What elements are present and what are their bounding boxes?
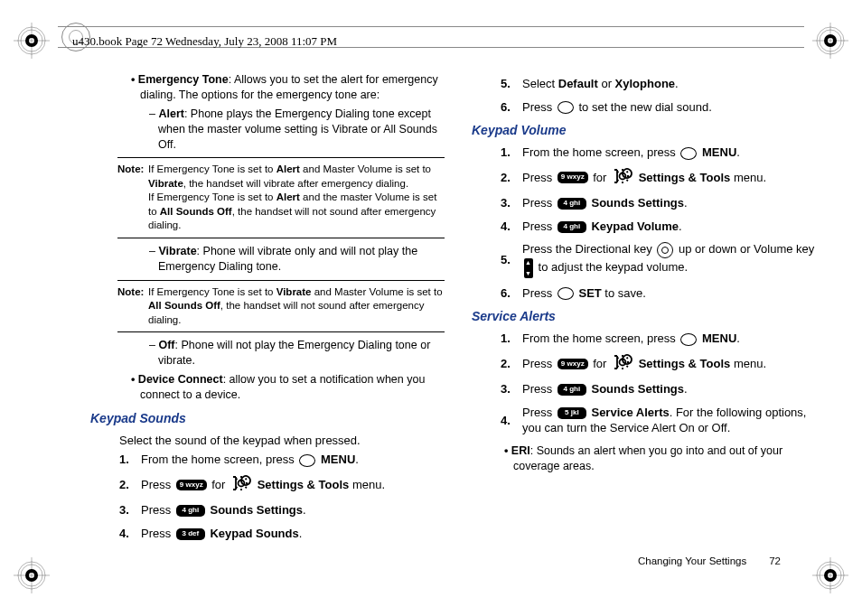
heading-service-alerts: Service Alerts bbox=[472, 308, 826, 325]
ok-icon bbox=[557, 287, 574, 300]
key-4-icon: 4 ghi bbox=[557, 221, 586, 233]
ks-step-3: 3. Press 4 ghi Sounds Settings. bbox=[119, 502, 445, 518]
note-2: Note: If Emergency Tone is set to Vibrat… bbox=[117, 280, 445, 333]
keypad-sounds-intro: Select the sound of the keypad when pres… bbox=[119, 433, 445, 449]
kv-step-1: 1. From the home screen, press MENU. bbox=[501, 145, 826, 161]
heading-keypad-sounds: Keypad Sounds bbox=[90, 410, 445, 427]
key-4-icon: 4 ghi bbox=[557, 198, 586, 210]
corner-ornament-tr bbox=[812, 23, 848, 59]
kv-step-3: 3. Press 4 ghi Sounds Settings. bbox=[501, 195, 826, 211]
settings-gear-icon bbox=[612, 354, 633, 375]
page-header: u430.book Page 72 Wednesday, July 23, 20… bbox=[72, 34, 337, 49]
key-5-icon: 5 jkl bbox=[557, 407, 586, 419]
off-subitem: Off: Phone will not play the Emergency D… bbox=[158, 338, 445, 369]
ks-step-1: 1. From the home screen, press MENU. bbox=[119, 452, 445, 468]
volume-key-icon bbox=[524, 258, 533, 278]
device-connect-item: Device Connect: allow you to set a notif… bbox=[140, 372, 445, 403]
sa-step-2: 2. Press 9 wxyz for Settings & Tools men… bbox=[501, 354, 826, 375]
corner-ornament-tl bbox=[14, 23, 50, 59]
key-9-icon: 9 wxyz bbox=[176, 480, 207, 491]
page-footer: Changing Your Settings72 bbox=[638, 555, 781, 566]
emergency-tone-item: Emergency Tone: Allows you to set the al… bbox=[140, 72, 445, 103]
settings-gear-icon bbox=[612, 168, 633, 189]
left-column: Emergency Tone: Allows you to set the al… bbox=[90, 72, 445, 548]
kv-step-6: 6. Press SET to save. bbox=[501, 285, 826, 302]
ok-icon bbox=[557, 101, 574, 114]
key-3-icon: 3 def bbox=[176, 528, 205, 540]
eri-bullet: ERI: Sounds an alert when you go into an… bbox=[513, 443, 826, 474]
heading-keypad-volume: Keypad Volume bbox=[472, 122, 826, 139]
key-4-icon: 4 ghi bbox=[176, 505, 205, 517]
ok-icon bbox=[680, 147, 697, 160]
ks-step-5: 5. Select Default or Xylophone. bbox=[501, 76, 826, 92]
corner-ornament-br bbox=[812, 557, 848, 593]
note-1: Note: If Emergency Tone is set to Alert … bbox=[117, 157, 445, 238]
ks-step-2: 2. Press 9 wxyz for Settings & Tools men… bbox=[119, 475, 445, 496]
ok-icon bbox=[299, 454, 315, 467]
key-9-icon: 9 wxyz bbox=[557, 172, 588, 183]
ks-step-4: 4. Press 3 def Keypad Sounds. bbox=[119, 526, 445, 542]
directional-key-icon bbox=[657, 242, 673, 258]
corner-ornament-bl bbox=[14, 557, 50, 593]
kv-step-4: 4. Press 4 ghi Keypad Volume. bbox=[501, 219, 826, 235]
kv-step-5: 5. Press the Directional key up or down … bbox=[501, 241, 826, 278]
right-column: 5. Select Default or Xylophone. 6. Press… bbox=[472, 72, 826, 548]
ks-step-6: 6. Press to set the new dial sound. bbox=[501, 99, 826, 116]
key-9-icon: 9 wxyz bbox=[557, 359, 588, 370]
kv-step-2: 2. Press 9 wxyz for Settings & Tools men… bbox=[501, 168, 826, 189]
sa-step-4: 4. Press 5 jkl Service Alerts. For the f… bbox=[501, 405, 826, 436]
sa-step-1: 1. From the home screen, press MENU. bbox=[501, 331, 826, 347]
vibrate-subitem: Vibrate: Phone will vibrate only and wil… bbox=[158, 244, 445, 275]
sa-step-3: 3. Press 4 ghi Sounds Settings. bbox=[501, 381, 826, 397]
settings-gear-icon bbox=[230, 475, 252, 496]
ok-icon bbox=[680, 333, 697, 346]
alert-subitem: Alert: Phone plays the Emergency Dialing… bbox=[158, 107, 445, 153]
key-4-icon: 4 ghi bbox=[557, 384, 586, 396]
